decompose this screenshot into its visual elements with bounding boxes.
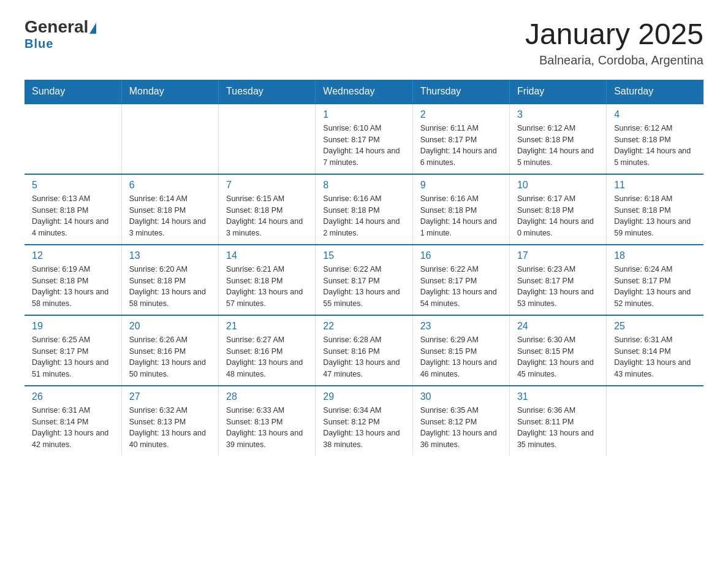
day-number: 18: [614, 250, 696, 261]
day-info: Sunrise: 6:11 AM Sunset: 8:17 PM Dayligh…: [420, 123, 502, 169]
calendar-day-21: 21Sunrise: 6:27 AM Sunset: 8:16 PM Dayli…: [219, 315, 316, 386]
day-number: 10: [517, 180, 599, 191]
day-info: Sunrise: 6:35 AM Sunset: 8:12 PM Dayligh…: [420, 405, 502, 451]
day-info: Sunrise: 6:24 AM Sunset: 8:17 PM Dayligh…: [614, 264, 696, 310]
calendar-day-9: 9Sunrise: 6:16 AM Sunset: 8:18 PM Daylig…: [412, 174, 509, 245]
day-number: 23: [420, 321, 502, 332]
day-number: 16: [420, 250, 502, 261]
calendar-day-5: 5Sunrise: 6:13 AM Sunset: 8:18 PM Daylig…: [25, 174, 121, 245]
calendar-header-row: SundayMondayTuesdayWednesdayThursdayFrid…: [25, 80, 703, 104]
day-info: Sunrise: 6:32 AM Sunset: 8:13 PM Dayligh…: [129, 405, 211, 451]
calendar-day-17: 17Sunrise: 6:23 AM Sunset: 8:17 PM Dayli…: [509, 245, 606, 315]
col-header-thursday: Thursday: [412, 80, 509, 104]
calendar-day-22: 22Sunrise: 6:28 AM Sunset: 8:16 PM Dayli…: [316, 315, 412, 386]
calendar-day-1: 1Sunrise: 6:10 AM Sunset: 8:17 PM Daylig…: [316, 104, 412, 174]
day-info: Sunrise: 6:22 AM Sunset: 8:17 PM Dayligh…: [323, 264, 404, 310]
calendar-day-2: 2Sunrise: 6:11 AM Sunset: 8:17 PM Daylig…: [412, 104, 509, 174]
day-number: 17: [517, 250, 599, 261]
day-number: 6: [129, 180, 211, 191]
calendar-day-11: 11Sunrise: 6:18 AM Sunset: 8:18 PM Dayli…: [607, 174, 703, 245]
logo-blue-text: Blue: [25, 37, 53, 51]
day-number: 29: [323, 391, 404, 402]
day-info: Sunrise: 6:27 AM Sunset: 8:16 PM Dayligh…: [226, 334, 308, 380]
calendar-day-8: 8Sunrise: 6:16 AM Sunset: 8:18 PM Daylig…: [316, 174, 412, 245]
calendar-day-12: 12Sunrise: 6:19 AM Sunset: 8:18 PM Dayli…: [25, 245, 121, 315]
day-number: 14: [226, 250, 308, 261]
day-info: Sunrise: 6:17 AM Sunset: 8:18 PM Dayligh…: [517, 193, 599, 239]
day-info: Sunrise: 6:22 AM Sunset: 8:17 PM Dayligh…: [420, 264, 502, 310]
day-number: 5: [32, 180, 114, 191]
day-number: 4: [614, 109, 696, 120]
day-info: Sunrise: 6:29 AM Sunset: 8:15 PM Dayligh…: [420, 334, 502, 380]
calendar-empty-cell: [607, 386, 703, 456]
day-info: Sunrise: 6:20 AM Sunset: 8:18 PM Dayligh…: [129, 264, 211, 310]
day-number: 19: [32, 321, 114, 332]
day-info: Sunrise: 6:12 AM Sunset: 8:18 PM Dayligh…: [517, 123, 599, 169]
calendar-day-14: 14Sunrise: 6:21 AM Sunset: 8:18 PM Dayli…: [219, 245, 316, 315]
calendar-subtitle: Balnearia, Cordoba, Argentina: [525, 53, 703, 67]
calendar-empty-cell: [25, 104, 121, 174]
day-info: Sunrise: 6:14 AM Sunset: 8:18 PM Dayligh…: [129, 193, 211, 239]
calendar-day-19: 19Sunrise: 6:25 AM Sunset: 8:17 PM Dayli…: [25, 315, 121, 386]
day-number: 30: [420, 391, 502, 402]
calendar-week-row: 12Sunrise: 6:19 AM Sunset: 8:18 PM Dayli…: [25, 245, 703, 315]
day-number: 13: [129, 250, 211, 261]
day-info: Sunrise: 6:13 AM Sunset: 8:18 PM Dayligh…: [32, 193, 114, 239]
day-info: Sunrise: 6:26 AM Sunset: 8:16 PM Dayligh…: [129, 334, 211, 380]
day-info: Sunrise: 6:34 AM Sunset: 8:12 PM Dayligh…: [323, 405, 404, 451]
calendar-day-23: 23Sunrise: 6:29 AM Sunset: 8:15 PM Dayli…: [412, 315, 509, 386]
col-header-monday: Monday: [121, 80, 218, 104]
day-number: 25: [614, 321, 696, 332]
calendar-day-6: 6Sunrise: 6:14 AM Sunset: 8:18 PM Daylig…: [121, 174, 218, 245]
day-number: 22: [323, 321, 404, 332]
col-header-tuesday: Tuesday: [219, 80, 316, 104]
page-header: General Blue January 2025 Balnearia, Cor…: [25, 18, 703, 67]
col-header-saturday: Saturday: [607, 80, 703, 104]
day-number: 20: [129, 321, 211, 332]
day-number: 24: [517, 321, 599, 332]
day-number: 31: [517, 391, 599, 402]
day-info: Sunrise: 6:16 AM Sunset: 8:18 PM Dayligh…: [323, 193, 404, 239]
calendar-day-24: 24Sunrise: 6:30 AM Sunset: 8:15 PM Dayli…: [509, 315, 606, 386]
calendar-day-13: 13Sunrise: 6:20 AM Sunset: 8:18 PM Dayli…: [121, 245, 218, 315]
day-info: Sunrise: 6:12 AM Sunset: 8:18 PM Dayligh…: [614, 123, 696, 169]
day-info: Sunrise: 6:23 AM Sunset: 8:17 PM Dayligh…: [517, 264, 599, 310]
calendar-day-26: 26Sunrise: 6:31 AM Sunset: 8:14 PM Dayli…: [25, 386, 121, 456]
day-info: Sunrise: 6:16 AM Sunset: 8:18 PM Dayligh…: [420, 193, 502, 239]
day-info: Sunrise: 6:25 AM Sunset: 8:17 PM Dayligh…: [32, 334, 114, 380]
col-header-sunday: Sunday: [25, 80, 121, 104]
day-info: Sunrise: 6:10 AM Sunset: 8:17 PM Dayligh…: [323, 123, 404, 169]
col-header-friday: Friday: [509, 80, 606, 104]
calendar-day-28: 28Sunrise: 6:33 AM Sunset: 8:13 PM Dayli…: [219, 386, 316, 456]
day-info: Sunrise: 6:36 AM Sunset: 8:11 PM Dayligh…: [517, 405, 599, 451]
day-number: 26: [32, 391, 114, 402]
day-number: 21: [226, 321, 308, 332]
logo-general-text: General: [25, 18, 88, 36]
day-number: 15: [323, 250, 404, 261]
day-number: 11: [614, 180, 696, 191]
day-number: 28: [226, 391, 308, 402]
calendar-week-row: 1Sunrise: 6:10 AM Sunset: 8:17 PM Daylig…: [25, 104, 703, 174]
calendar-day-15: 15Sunrise: 6:22 AM Sunset: 8:17 PM Dayli…: [316, 245, 412, 315]
col-header-wednesday: Wednesday: [316, 80, 412, 104]
logo-triangle-icon: [89, 23, 96, 34]
calendar-day-4: 4Sunrise: 6:12 AM Sunset: 8:18 PM Daylig…: [607, 104, 703, 174]
calendar-day-20: 20Sunrise: 6:26 AM Sunset: 8:16 PM Dayli…: [121, 315, 218, 386]
calendar-day-7: 7Sunrise: 6:15 AM Sunset: 8:18 PM Daylig…: [219, 174, 316, 245]
calendar-day-27: 27Sunrise: 6:32 AM Sunset: 8:13 PM Dayli…: [121, 386, 218, 456]
calendar-day-30: 30Sunrise: 6:35 AM Sunset: 8:12 PM Dayli…: [412, 386, 509, 456]
day-info: Sunrise: 6:33 AM Sunset: 8:13 PM Dayligh…: [226, 405, 308, 451]
calendar-day-18: 18Sunrise: 6:24 AM Sunset: 8:17 PM Dayli…: [607, 245, 703, 315]
day-number: 3: [517, 109, 599, 120]
day-info: Sunrise: 6:21 AM Sunset: 8:18 PM Dayligh…: [226, 264, 308, 310]
calendar-empty-cell: [219, 104, 316, 174]
title-section: January 2025 Balnearia, Cordoba, Argenti…: [525, 18, 703, 67]
day-info: Sunrise: 6:30 AM Sunset: 8:15 PM Dayligh…: [517, 334, 599, 380]
day-info: Sunrise: 6:18 AM Sunset: 8:18 PM Dayligh…: [614, 193, 696, 239]
calendar-title: January 2025: [525, 18, 703, 51]
calendar-day-16: 16Sunrise: 6:22 AM Sunset: 8:17 PM Dayli…: [412, 245, 509, 315]
calendar-day-29: 29Sunrise: 6:34 AM Sunset: 8:12 PM Dayli…: [316, 386, 412, 456]
calendar-day-31: 31Sunrise: 6:36 AM Sunset: 8:11 PM Dayli…: [509, 386, 606, 456]
day-number: 9: [420, 180, 502, 191]
calendar-week-row: 5Sunrise: 6:13 AM Sunset: 8:18 PM Daylig…: [25, 174, 703, 245]
